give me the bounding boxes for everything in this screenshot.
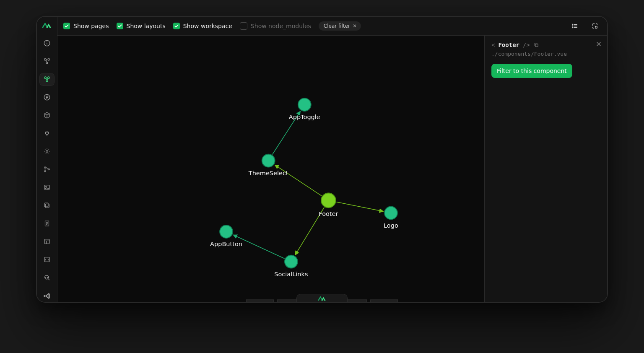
component-graph[interactable]: FooterThemeSelectAppToggleLogoSocialLink… [57, 36, 484, 302]
checkbox-show-pages[interactable]: Show pages [63, 23, 109, 29]
bolt-icon[interactable] [40, 91, 54, 104]
svg-point-34 [262, 154, 275, 167]
devtools-window: Show pages Show layouts Show workspace S… [36, 16, 608, 303]
svg-point-35 [298, 98, 311, 111]
gear-icon[interactable] [40, 145, 54, 158]
graph-node-label: ThemeSelect [248, 170, 288, 176]
graph-node-apptoggle[interactable]: AppToggle [289, 98, 320, 120]
svg-point-13 [48, 169, 49, 170]
graph-edge [336, 202, 383, 212]
check-icon [173, 23, 180, 29]
drawer-segment [246, 299, 274, 302]
checkbox-show-layouts[interactable]: Show layouts [117, 23, 166, 29]
nuxt-logo-icon [317, 295, 327, 301]
graph-node-label: SocialLinks [274, 271, 308, 278]
svg-point-11 [44, 167, 46, 168]
stack-icon[interactable] [40, 200, 54, 212]
graph-node-label: AppToggle [289, 114, 320, 120]
sidebar [37, 17, 57, 302]
svg-point-9 [44, 95, 50, 101]
search-code-icon[interactable] [40, 272, 54, 284]
bottom-drawer-handle[interactable] [296, 294, 348, 302]
svg-point-30 [572, 24, 573, 25]
cube-icon[interactable] [40, 109, 54, 122]
copy-icon[interactable] [533, 42, 539, 48]
svg-point-15 [46, 187, 47, 187]
svg-point-36 [384, 206, 397, 219]
graph-node-sociallinks[interactable]: SocialLinks [274, 255, 308, 278]
checkbox-label: Show layouts [127, 23, 166, 29]
component-tag: < Footer /> [491, 42, 600, 48]
list-view-icon[interactable] [569, 20, 581, 32]
graph-icon[interactable] [40, 73, 54, 86]
clear-filter-label: Clear filter [324, 23, 350, 29]
checkbox-label: Show pages [73, 23, 109, 29]
vscode-icon[interactable] [40, 290, 54, 302]
svg-point-12 [44, 171, 46, 172]
component-file-path: ./components/Footer.vue [491, 51, 600, 57]
image-icon[interactable] [40, 182, 54, 194]
graph-node-logo[interactable]: Logo [384, 206, 398, 228]
checkbox-label: Show workspace [183, 23, 232, 29]
svg-rect-3 [44, 59, 46, 60]
svg-point-10 [46, 151, 48, 153]
plug-icon[interactable] [40, 127, 54, 140]
graph-node-appbutton[interactable]: AppButton [210, 225, 242, 247]
svg-rect-25 [44, 257, 49, 262]
graph-node-label: Footer [319, 210, 338, 217]
component-name: Footer [498, 42, 519, 48]
svg-point-37 [285, 255, 298, 268]
svg-point-33 [321, 193, 336, 208]
checkbox-show-workspace[interactable]: Show workspace [173, 23, 232, 29]
graph-node-label: AppButton [210, 241, 242, 247]
svg-rect-22 [44, 239, 49, 244]
close-panel-button[interactable] [595, 41, 602, 49]
svg-rect-5 [46, 62, 48, 64]
layout-icon[interactable] [40, 236, 54, 248]
checkbox-show-node-modules[interactable]: Show node_modules [240, 22, 311, 30]
inspector-panel: < Footer /> ./components/Footer.vue Filt… [484, 36, 607, 302]
document-icon[interactable] [40, 218, 54, 230]
info-icon[interactable] [40, 37, 54, 49]
graph-svg: FooterThemeSelectAppToggleLogoSocialLink… [57, 36, 484, 302]
svg-rect-17 [44, 203, 48, 207]
svg-rect-16 [45, 204, 49, 208]
clear-filter-button[interactable]: Clear filter ✕ [319, 21, 361, 31]
code-icon[interactable] [40, 254, 54, 266]
inspect-element-icon[interactable] [589, 20, 601, 32]
tree-icon[interactable] [40, 55, 54, 67]
main-area: Show pages Show layouts Show workspace S… [57, 17, 607, 302]
svg-rect-4 [48, 59, 49, 60]
filter-button-label: Filter to this component [497, 67, 567, 74]
svg-point-32 [572, 27, 573, 28]
svg-rect-39 [535, 44, 538, 47]
checkbox-label: Show node_modules [251, 23, 311, 29]
angle-bracket-open: < [491, 42, 495, 48]
drawer-segment [370, 299, 398, 302]
content-row: FooterThemeSelectAppToggleLogoSocialLink… [57, 36, 607, 302]
svg-point-2 [47, 42, 47, 42]
graph-node-themeselect[interactable]: ThemeSelect [248, 154, 288, 176]
graph-node-label: Logo [384, 222, 398, 229]
toolbar: Show pages Show layouts Show workspace S… [57, 17, 607, 36]
check-icon [63, 23, 70, 29]
filter-to-component-button[interactable]: Filter to this component [491, 64, 572, 78]
nuxt-logo [42, 21, 52, 29]
graph-node-footer[interactable]: Footer [319, 193, 338, 217]
checkbox-empty-icon [240, 22, 247, 30]
svg-point-8 [46, 80, 48, 82]
self-close-slash: /> [523, 42, 530, 48]
close-icon: ✕ [353, 23, 357, 29]
check-icon [117, 23, 123, 29]
svg-point-38 [220, 225, 233, 238]
svg-point-31 [572, 26, 573, 26]
branch-icon[interactable] [40, 164, 54, 176]
